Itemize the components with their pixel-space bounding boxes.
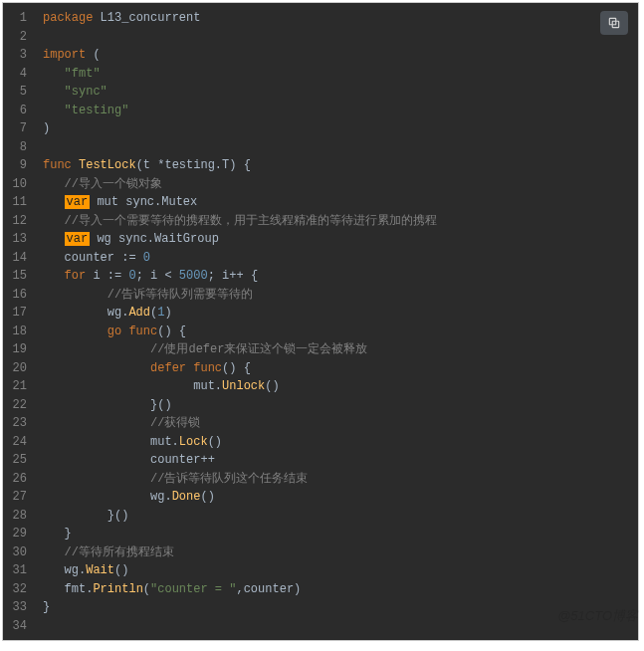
line-number: 1 — [7, 9, 27, 28]
copy-button[interactable] — [600, 11, 628, 35]
code-line: //等待所有携程结束 — [43, 543, 638, 562]
line-number: 33 — [7, 598, 27, 617]
line-number: 27 — [7, 488, 27, 507]
code-line: "testing" — [43, 102, 638, 120]
code-line: //告诉等待队列需要等待的 — [43, 286, 638, 305]
code-line — [43, 617, 638, 636]
code-line: go func() { — [43, 323, 638, 341]
line-number: 11 — [7, 193, 27, 212]
watermark-text: @51CTO博客 — [557, 607, 638, 625]
line-number: 30 — [7, 543, 27, 562]
line-number: 12 — [7, 212, 27, 231]
line-number: 17 — [7, 304, 27, 323]
line-number: 14 — [7, 249, 27, 268]
code-line: mut.Unlock() — [43, 377, 638, 396]
line-number: 16 — [7, 286, 27, 305]
line-number: 18 — [7, 323, 27, 341]
line-number: 28 — [7, 507, 27, 526]
code-line: "sync" — [43, 83, 638, 102]
copy-icon — [607, 16, 621, 30]
code-line: import ( — [43, 46, 638, 65]
code-line: wg.Wait() — [43, 561, 638, 580]
code-line: counter++ — [43, 451, 638, 470]
line-number: 19 — [7, 340, 27, 359]
code-line: "fmt" — [43, 65, 638, 84]
line-number: 32 — [7, 580, 27, 599]
line-number: 9 — [7, 156, 27, 175]
code-line: wg.Add(1) — [43, 304, 638, 323]
code-line: //获得锁 — [43, 414, 638, 433]
code-line: for i := 0; i < 5000; i++ { — [43, 267, 638, 286]
line-number: 6 — [7, 102, 27, 120]
line-number: 20 — [7, 359, 27, 378]
line-number: 13 — [7, 230, 27, 249]
code-line: } — [43, 525, 638, 543]
line-number: 2 — [7, 28, 27, 47]
code-line: ) — [43, 119, 638, 138]
line-number-gutter: 1234567891011121314151617181920212223242… — [3, 3, 33, 640]
code-line: var wg sync.WaitGroup — [43, 230, 638, 249]
code-line: defer func() { — [43, 359, 638, 378]
code-line: counter := 0 — [43, 249, 638, 268]
code-line: //使用defer来保证这个锁一定会被释放 — [43, 340, 638, 359]
line-number: 25 — [7, 451, 27, 470]
line-number: 5 — [7, 83, 27, 102]
line-number: 7 — [7, 119, 27, 138]
line-number: 34 — [7, 617, 27, 636]
code-line — [43, 28, 638, 47]
line-number: 10 — [7, 175, 27, 194]
code-line: //导入一个需要等待的携程数，用于主线程精准的等待进行累加的携程 — [43, 212, 638, 231]
code-line: }() — [43, 507, 638, 526]
code-editor: 1234567891011121314151617181920212223242… — [2, 2, 639, 641]
code-line: mut.Lock() — [43, 433, 638, 452]
line-number: 26 — [7, 470, 27, 489]
line-number: 22 — [7, 396, 27, 415]
code-line: func TestLock(t *testing.T) { — [43, 156, 638, 175]
code-line: }() — [43, 396, 638, 415]
line-number: 21 — [7, 377, 27, 396]
code-line — [43, 138, 638, 157]
code-content: package L13_concurrent import ( "fmt" "s… — [33, 3, 638, 640]
code-line: package L13_concurrent — [43, 9, 638, 28]
code-line: //告诉等待队列这个任务结束 — [43, 470, 638, 489]
code-line: var mut sync.Mutex — [43, 193, 638, 212]
line-number: 15 — [7, 267, 27, 286]
code-line: //导入一个锁对象 — [43, 175, 638, 194]
line-number: 23 — [7, 414, 27, 433]
line-number: 24 — [7, 433, 27, 452]
line-number: 3 — [7, 46, 27, 65]
line-number: 29 — [7, 525, 27, 543]
code-line: wg.Done() — [43, 488, 638, 507]
code-line: } — [43, 598, 638, 617]
line-number: 8 — [7, 138, 27, 157]
line-number: 4 — [7, 65, 27, 84]
line-number: 31 — [7, 561, 27, 580]
code-line: fmt.Println("counter = ",counter) — [43, 580, 638, 599]
